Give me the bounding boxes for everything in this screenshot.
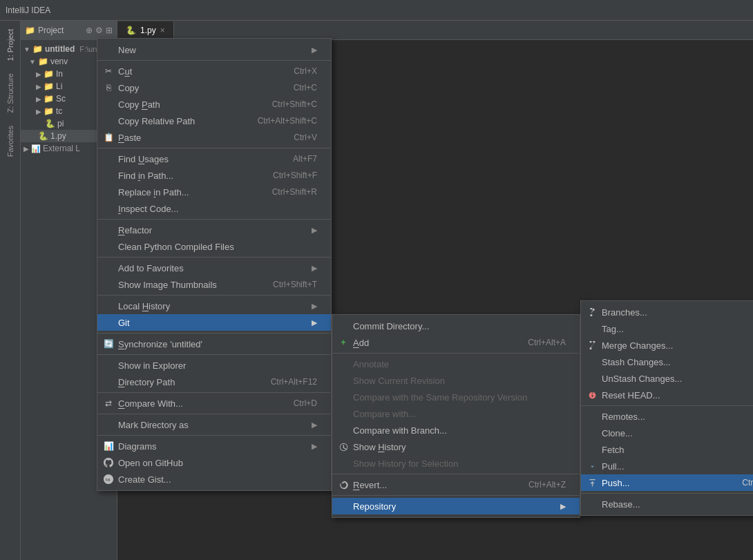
menu-item-replace-in-path[interactable]: Replace in Path... Ctrl+Shift+R — [97, 184, 331, 200]
menu-item-open-github[interactable]: Open on GitHub — [97, 454, 331, 471]
tab-close-button[interactable]: × — [160, 26, 165, 35]
git-separator-2 — [332, 474, 580, 474]
menu-mark-directory-arrow: ▶ — [312, 421, 317, 429]
separator-6 — [97, 333, 331, 334]
menu-item-directory-path[interactable]: Directory Path Ctrl+Alt+F12 — [97, 374, 331, 390]
repo-menu-item-stash-changes[interactable]: Stash Changes... — [581, 354, 753, 370]
git-repository-arrow: ▶ — [560, 502, 566, 511]
menu-item-clean-python[interactable]: Clean Python Compiled Files — [97, 238, 331, 255]
copy-icon: ⎘ — [103, 82, 114, 93]
menu-paste-label: Paste — [118, 133, 141, 143]
sidebar-tab-project[interactable]: 1: Project — [5, 23, 16, 66]
separator-1 — [97, 60, 331, 61]
menu-item-show-explorer[interactable]: Show in Explorer — [97, 357, 331, 374]
git-menu-item-commit-dir[interactable]: Commit Directory... — [332, 318, 580, 334]
menu-local-history-arrow: ▶ — [312, 302, 317, 311]
menu-item-create-gist[interactable]: Create Gist... — [97, 471, 331, 487]
git-menu-item-show-history-selection: Show History for Selection — [332, 455, 580, 472]
menu-item-refactor[interactable]: Refactor ▶ — [97, 222, 331, 238]
menu-item-inspect-code[interactable]: Inspect Code... — [97, 200, 331, 217]
git-menu-item-revert[interactable]: Revert... Ctrl+Alt+Z — [332, 476, 580, 493]
menu-local-history-label: Local History — [118, 301, 170, 311]
git-menu-item-add[interactable]: + Add Ctrl+Alt+A — [332, 334, 580, 351]
copy-path-shortcut: Ctrl+Shift+C — [272, 99, 317, 109]
separator-3 — [97, 219, 331, 220]
separator-10 — [97, 435, 331, 436]
git-menu-item-show-current-revision: Show Current Revision — [332, 372, 580, 389]
menu-new-label: New — [118, 45, 136, 55]
menu-item-local-history[interactable]: Local History ▶ — [97, 298, 331, 314]
repo-menu-item-fetch[interactable]: Fetch — [581, 441, 753, 458]
repo-push-label: Push... — [602, 478, 629, 488]
project-gear-icon[interactable]: ⚙ — [95, 26, 103, 35]
sidebar-tab-structure[interactable]: Z: Structure — [5, 68, 16, 118]
tree-li-label: Li — [56, 81, 62, 91]
menu-diagrams-label: Diagrams — [118, 441, 157, 452]
tree-arrow-tc: ▶ — [36, 108, 41, 115]
menu-item-diagrams[interactable]: 📊 Diagrams ▶ — [97, 438, 331, 454]
repo-unstash-changes-label: UnStash Changes... — [602, 374, 682, 384]
menu-item-compare-with[interactable]: ⇄ Compare With... Ctrl+D — [97, 395, 331, 412]
git-revert-icon — [338, 479, 349, 490]
git-add-shortcut: Ctrl+Alt+A — [528, 338, 566, 347]
menu-item-mark-directory[interactable]: Mark Directory as ▶ — [97, 416, 331, 433]
menu-item-cut[interactable]: ✂ Cut Ctrl+X — [97, 63, 331, 79]
separator-4 — [97, 257, 331, 258]
project-add-icon[interactable]: ⊕ — [86, 26, 93, 35]
cut-shortcut: Ctrl+X — [294, 66, 317, 76]
git-compare-same-repo-label: Compare with the Same Repository Version — [353, 392, 527, 403]
repo-menu-item-remotes[interactable]: Remotes... — [581, 408, 753, 425]
menu-create-gist-label: Create Gist... — [118, 474, 171, 485]
git-menu-item-repository[interactable]: Repository ▶ — [332, 498, 580, 514]
menu-item-copy-relative-path[interactable]: Copy Relative Path Ctrl+Alt+Shift+C — [97, 113, 331, 129]
repo-menu-item-tag[interactable]: Tag... — [581, 320, 753, 337]
menu-item-new[interactable]: New ▶ — [97, 41, 331, 58]
compare-with-shortcut: Ctrl+D — [294, 398, 317, 408]
menu-cut-label: Cut — [118, 66, 132, 77]
menu-item-copy-path[interactable]: Copy Path Ctrl+Shift+C — [97, 96, 331, 113]
menu-item-git[interactable]: Git ▶ — [97, 314, 331, 331]
repo-menu-item-pull[interactable]: Pull... — [581, 458, 753, 474]
repo-menu-item-branches[interactable]: Branches... — [581, 304, 753, 320]
menu-synchronize-label: Synchronize 'untitled' — [118, 339, 202, 349]
directory-path-shortcut: Ctrl+Alt+F12 — [271, 377, 317, 387]
git-menu-item-compare-same-repo: Compare with the Same Repository Version — [332, 389, 580, 405]
menu-item-copy[interactable]: ⎘ Copy Ctrl+C — [97, 79, 331, 96]
menu-item-add-favorites[interactable]: Add to Favorites ▶ — [97, 260, 331, 276]
tree-arrow-root: ▼ — [23, 46, 30, 53]
menu-item-find-in-path[interactable]: Find in Path... Ctrl+Shift+F — [97, 167, 331, 184]
git-separator-3 — [332, 495, 580, 496]
repo-menu-item-clone[interactable]: Clone... — [581, 425, 753, 441]
tree-arrow-li: ▶ — [36, 83, 41, 90]
project-expand-icon[interactable]: ⊞ — [106, 26, 113, 35]
menu-item-show-thumbnails[interactable]: Show Image Thumbnails Ctrl+Shift+T — [97, 276, 331, 293]
menu-item-paste[interactable]: 📋 Paste Ctrl+V — [97, 129, 331, 146]
git-menu-item-show-history[interactable]: Show History — [332, 438, 580, 455]
git-commit-dir-label: Commit Directory... — [353, 321, 429, 331]
repo-menu-item-push[interactable]: Push... Ctrl+Shift+K — [581, 474, 753, 491]
github-icon — [103, 457, 114, 468]
repo-menu-item-rebase[interactable]: Rebase... — [581, 496, 753, 512]
menu-item-synchronize[interactable]: 🔄 Synchronize 'untitled' — [97, 336, 331, 352]
paste-shortcut: Ctrl+V — [294, 133, 317, 142]
tree-folder-icon-li: 📁 — [44, 81, 54, 91]
sidebar-tab-favorites[interactable]: Favorites — [5, 120, 16, 162]
git-submenu: Commit Directory... + Add Ctrl+Alt+A Ann… — [332, 314, 580, 518]
menu-compare-with-label: Compare With... — [118, 398, 183, 409]
repo-menu-item-merge-changes[interactable]: Merge Changes... — [581, 337, 753, 354]
repo-stash-changes-label: Stash Changes... — [602, 357, 671, 367]
tab-1py[interactable]: 🐍 1.py × — [117, 21, 174, 39]
git-history-icon — [338, 441, 349, 452]
git-revert-label: Revert... — [353, 480, 387, 490]
menu-item-find-usages[interactable]: Find Usages Alt+F7 — [97, 151, 331, 167]
repo-pull-label: Pull... — [602, 461, 625, 472]
repo-menu-item-unstash-changes[interactable]: UnStash Changes... — [581, 370, 753, 387]
compare-icon: ⇄ — [103, 398, 114, 409]
left-sidebar: 1: Project Z: Structure Favorites — [0, 21, 21, 560]
repo-menu-item-reset-head[interactable]: Reset HEAD... — [581, 387, 753, 403]
menu-copy-label: Copy — [118, 83, 139, 93]
menu-copy-relative-label: Copy Relative Path — [118, 116, 195, 126]
git-menu-item-compare-branch[interactable]: Compare with Branch... — [332, 422, 580, 438]
tree-arrow-in: ▶ — [36, 70, 41, 78]
menu-git-label: Git — [118, 318, 130, 328]
